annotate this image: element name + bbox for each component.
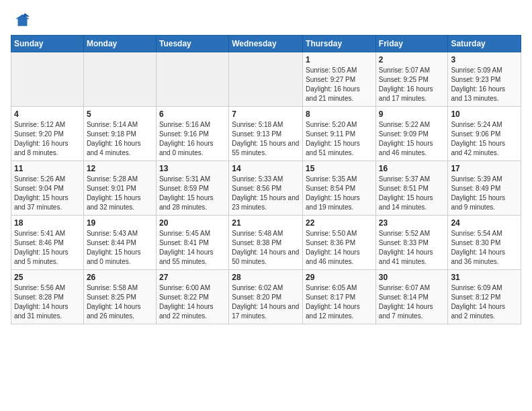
day-cell: 24Sunrise: 5:54 AM Sunset: 8:30 PM Dayli… [448, 216, 521, 270]
day-info: Sunrise: 5:54 AM Sunset: 8:30 PM Dayligh… [451, 229, 518, 267]
week-row-3: 11Sunrise: 5:26 AM Sunset: 9:04 PM Dayli… [11, 161, 521, 216]
day-cell [229, 52, 303, 107]
day-info: Sunrise: 5:05 AM Sunset: 9:27 PM Dayligh… [306, 66, 373, 103]
day-info: Sunrise: 5:09 AM Sunset: 9:23 PM Dayligh… [451, 66, 518, 103]
calendar-body: 1Sunrise: 5:05 AM Sunset: 9:27 PM Daylig… [11, 52, 521, 324]
day-cell: 29Sunrise: 6:05 AM Sunset: 8:17 PM Dayli… [303, 270, 376, 324]
day-cell: 10Sunrise: 5:24 AM Sunset: 9:06 PM Dayli… [448, 107, 521, 161]
day-number: 20 [159, 218, 226, 228]
day-number: 4 [14, 109, 81, 119]
header-cell-wednesday: Wednesday [229, 36, 303, 52]
day-number: 30 [379, 273, 445, 282]
day-cell: 16Sunrise: 5:37 AM Sunset: 8:51 PM Dayli… [375, 161, 448, 216]
day-cell: 22Sunrise: 5:50 AM Sunset: 8:36 PM Dayli… [303, 216, 376, 270]
svg-marker-1 [23, 13, 30, 17]
day-number: 10 [451, 109, 518, 119]
day-cell: 20Sunrise: 5:45 AM Sunset: 8:41 PM Dayli… [156, 216, 228, 270]
day-number: 26 [87, 273, 153, 282]
day-number: 21 [232, 218, 300, 228]
day-cell: 11Sunrise: 5:26 AM Sunset: 9:04 PM Dayli… [11, 161, 84, 216]
day-info: Sunrise: 5:14 AM Sunset: 9:18 PM Dayligh… [87, 120, 153, 158]
logo-icon [11, 11, 30, 30]
calendar-table: SundayMondayTuesdayWednesdayThursdayFrid… [11, 35, 521, 324]
day-cell [156, 52, 228, 107]
day-info: Sunrise: 5:18 AM Sunset: 9:13 PM Dayligh… [232, 120, 300, 158]
day-number: 8 [306, 109, 373, 119]
day-number: 27 [159, 273, 226, 282]
day-number: 22 [306, 218, 373, 228]
day-info: Sunrise: 5:22 AM Sunset: 9:09 PM Dayligh… [379, 120, 445, 158]
day-number: 16 [379, 164, 445, 173]
day-info: Sunrise: 5:52 AM Sunset: 8:33 PM Dayligh… [379, 229, 445, 267]
day-info: Sunrise: 6:07 AM Sunset: 8:14 PM Dayligh… [379, 283, 445, 321]
day-cell: 21Sunrise: 5:48 AM Sunset: 8:38 PM Dayli… [229, 216, 303, 270]
day-cell: 31Sunrise: 6:09 AM Sunset: 8:12 PM Dayli… [448, 270, 521, 324]
day-number: 5 [87, 109, 153, 119]
day-number: 23 [379, 218, 445, 228]
day-number: 3 [451, 55, 518, 64]
day-cell: 25Sunrise: 5:56 AM Sunset: 8:28 PM Dayli… [11, 270, 84, 324]
day-cell: 9Sunrise: 5:22 AM Sunset: 9:09 PM Daylig… [375, 107, 448, 161]
day-cell: 30Sunrise: 6:07 AM Sunset: 8:14 PM Dayli… [375, 270, 448, 324]
day-info: Sunrise: 6:00 AM Sunset: 8:22 PM Dayligh… [159, 283, 226, 321]
day-number: 17 [451, 164, 518, 173]
day-cell: 28Sunrise: 6:02 AM Sunset: 8:20 PM Dayli… [229, 270, 303, 324]
day-info: Sunrise: 5:07 AM Sunset: 9:25 PM Dayligh… [379, 66, 445, 103]
day-cell: 26Sunrise: 5:58 AM Sunset: 8:25 PM Dayli… [83, 270, 156, 324]
day-number: 18 [14, 218, 81, 228]
day-cell: 5Sunrise: 5:14 AM Sunset: 9:18 PM Daylig… [83, 107, 156, 161]
day-number: 15 [306, 164, 373, 173]
day-info: Sunrise: 5:24 AM Sunset: 9:06 PM Dayligh… [451, 120, 518, 158]
calendar-header: SundayMondayTuesdayWednesdayThursdayFrid… [11, 36, 521, 52]
day-cell: 12Sunrise: 5:28 AM Sunset: 9:01 PM Dayli… [83, 161, 156, 216]
day-info: Sunrise: 5:31 AM Sunset: 8:59 PM Dayligh… [159, 175, 226, 212]
day-info: Sunrise: 5:41 AM Sunset: 8:46 PM Dayligh… [14, 229, 81, 267]
day-number: 28 [232, 273, 300, 282]
day-info: Sunrise: 5:35 AM Sunset: 8:54 PM Dayligh… [306, 175, 373, 212]
day-info: Sunrise: 5:39 AM Sunset: 8:49 PM Dayligh… [451, 175, 518, 212]
day-info: Sunrise: 6:09 AM Sunset: 8:12 PM Dayligh… [451, 283, 518, 321]
day-cell: 14Sunrise: 5:33 AM Sunset: 8:56 PM Dayli… [229, 161, 303, 216]
day-info: Sunrise: 5:12 AM Sunset: 9:20 PM Dayligh… [14, 120, 81, 158]
day-cell: 4Sunrise: 5:12 AM Sunset: 9:20 PM Daylig… [11, 107, 84, 161]
day-cell: 19Sunrise: 5:43 AM Sunset: 8:44 PM Dayli… [83, 216, 156, 270]
day-number: 31 [451, 273, 518, 282]
day-cell: 17Sunrise: 5:39 AM Sunset: 8:49 PM Dayli… [448, 161, 521, 216]
week-row-4: 18Sunrise: 5:41 AM Sunset: 8:46 PM Dayli… [11, 216, 521, 270]
day-number: 14 [232, 164, 300, 173]
day-info: Sunrise: 5:58 AM Sunset: 8:25 PM Dayligh… [87, 283, 153, 321]
week-row-5: 25Sunrise: 5:56 AM Sunset: 8:28 PM Dayli… [11, 270, 521, 324]
day-cell: 1Sunrise: 5:05 AM Sunset: 9:27 PM Daylig… [303, 52, 376, 107]
day-number: 9 [379, 109, 445, 119]
day-cell: 15Sunrise: 5:35 AM Sunset: 8:54 PM Dayli… [303, 161, 376, 216]
day-info: Sunrise: 5:28 AM Sunset: 9:01 PM Dayligh… [87, 175, 153, 212]
day-cell: 18Sunrise: 5:41 AM Sunset: 8:46 PM Dayli… [11, 216, 84, 270]
day-info: Sunrise: 5:37 AM Sunset: 8:51 PM Dayligh… [379, 175, 445, 212]
week-row-1: 1Sunrise: 5:05 AM Sunset: 9:27 PM Daylig… [11, 52, 521, 107]
header-cell-sunday: Sunday [11, 36, 84, 52]
day-info: Sunrise: 5:16 AM Sunset: 9:16 PM Dayligh… [159, 120, 226, 158]
week-row-2: 4Sunrise: 5:12 AM Sunset: 9:20 PM Daylig… [11, 107, 521, 161]
day-cell: 3Sunrise: 5:09 AM Sunset: 9:23 PM Daylig… [448, 52, 521, 107]
day-number: 11 [14, 164, 81, 173]
day-cell: 6Sunrise: 5:16 AM Sunset: 9:16 PM Daylig… [156, 107, 228, 161]
day-number: 6 [159, 109, 226, 119]
day-cell: 27Sunrise: 6:00 AM Sunset: 8:22 PM Dayli… [156, 270, 228, 324]
day-info: Sunrise: 5:33 AM Sunset: 8:56 PM Dayligh… [232, 175, 300, 212]
day-info: Sunrise: 5:48 AM Sunset: 8:38 PM Dayligh… [232, 229, 300, 267]
day-number: 12 [87, 164, 153, 173]
day-info: Sunrise: 6:05 AM Sunset: 8:17 PM Dayligh… [306, 283, 373, 321]
day-cell: 7Sunrise: 5:18 AM Sunset: 9:13 PM Daylig… [229, 107, 303, 161]
header-cell-monday: Monday [83, 36, 156, 52]
day-number: 25 [14, 273, 81, 282]
day-number: 7 [232, 109, 300, 119]
day-cell: 8Sunrise: 5:20 AM Sunset: 9:11 PM Daylig… [303, 107, 376, 161]
day-number: 1 [306, 55, 373, 64]
day-cell [83, 52, 156, 107]
day-cell: 2Sunrise: 5:07 AM Sunset: 9:25 PM Daylig… [375, 52, 448, 107]
day-info: Sunrise: 5:20 AM Sunset: 9:11 PM Dayligh… [306, 120, 373, 158]
day-info: Sunrise: 5:26 AM Sunset: 9:04 PM Dayligh… [14, 175, 81, 212]
header-cell-friday: Friday [375, 36, 448, 52]
day-info: Sunrise: 6:02 AM Sunset: 8:20 PM Dayligh… [232, 283, 300, 321]
day-number: 29 [306, 273, 373, 282]
